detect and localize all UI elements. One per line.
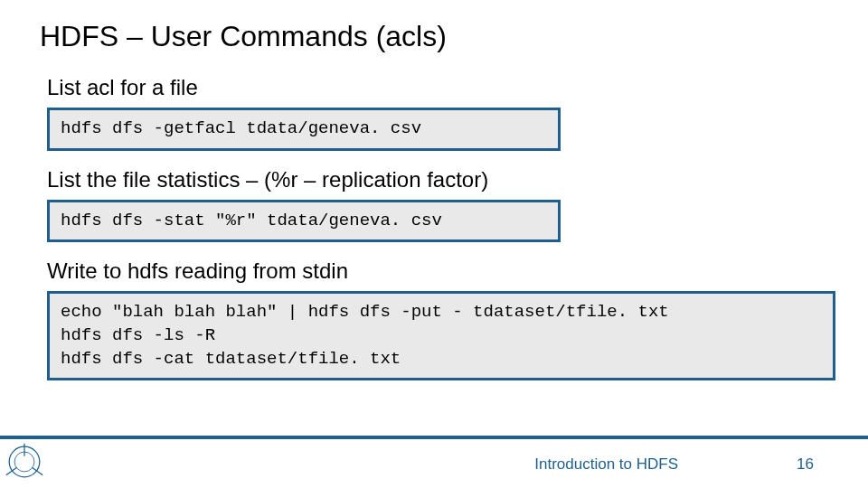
- section-label: List acl for a file: [47, 75, 828, 100]
- code-block: hdfs dfs -getfacl tdata/geneva. csv: [47, 108, 561, 151]
- slide-title: HDFS – User Commands (acls): [40, 20, 828, 53]
- cern-logo-icon: [5, 443, 43, 481]
- footer-divider: [0, 436, 868, 439]
- section-label: Write to hdfs reading from stdin: [47, 258, 828, 284]
- footer-text: Introduction to HDFS: [534, 455, 678, 474]
- section-label: List the file statistics – (%r – replica…: [47, 167, 828, 192]
- code-block: echo "blah blah blah" | hdfs dfs -put - …: [47, 291, 835, 380]
- code-block: hdfs dfs -stat "%r" tdata/geneva. csv: [47, 200, 561, 243]
- page-number: 16: [797, 455, 814, 474]
- footer: Introduction to HDFS 16: [0, 436, 868, 488]
- slide: HDFS – User Commands (acls) List acl for…: [0, 0, 868, 488]
